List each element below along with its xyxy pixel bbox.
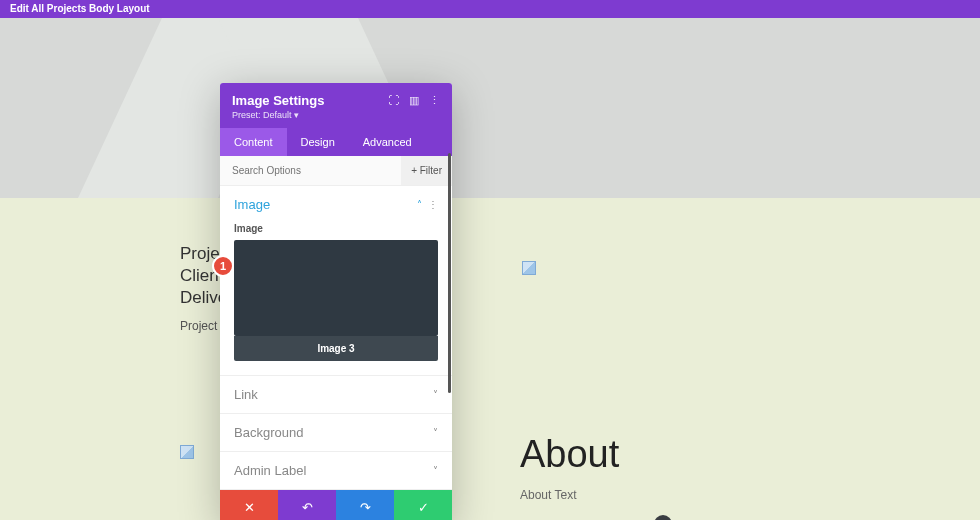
page-canvas: Project Name Client Name Delivery Date P… — [0, 18, 980, 520]
search-input[interactable] — [220, 156, 401, 185]
close-icon: ✕ — [244, 500, 255, 515]
more-icon[interactable]: ⋮ — [428, 199, 438, 210]
section-background-header[interactable]: Background ˅ — [220, 414, 452, 451]
image-field-label: Image — [234, 223, 438, 234]
more-icon[interactable]: ⋮ — [429, 94, 440, 107]
modal-header-icons: ⛶ ▥ ⋮ — [388, 94, 440, 107]
section-link: Link ˅ — [220, 376, 452, 414]
undo-button[interactable]: ↶ — [278, 490, 336, 520]
tab-advanced[interactable]: Advanced — [349, 128, 426, 156]
add-button[interactable]: + — [654, 515, 672, 520]
image-preview[interactable] — [234, 240, 438, 336]
image-placeholder-icon — [522, 261, 536, 275]
section-image-body: Image Image 3 — [220, 223, 452, 375]
save-button[interactable]: ✓ — [394, 490, 452, 520]
search-row: + Filter — [220, 156, 452, 186]
chevron-up-icon: ˄ — [417, 199, 422, 210]
chevron-down-icon: ˅ — [433, 465, 438, 476]
image-caption: Image 3 — [234, 336, 438, 361]
chevron-down-icon: ˅ — [433, 389, 438, 400]
section-background: Background ˅ — [220, 414, 452, 452]
top-bar-title: Edit All Projects Body Layout — [10, 3, 150, 14]
section-admin-header[interactable]: Admin Label ˅ — [220, 452, 452, 489]
redo-icon: ↷ — [360, 500, 371, 515]
scrollbar[interactable] — [448, 153, 451, 393]
modal-actions: ✕ ↶ ↷ ✓ — [220, 490, 452, 520]
check-icon: ✓ — [418, 500, 429, 515]
filter-button[interactable]: + Filter — [401, 156, 452, 185]
image-placeholder-icon — [180, 445, 194, 459]
preset-label[interactable]: Preset: Default ▾ — [232, 110, 440, 120]
about-heading: About — [520, 433, 619, 476]
section-image: Image ˄⋮ Image Image 3 — [220, 186, 452, 376]
delete-button[interactable]: ✕ — [220, 490, 278, 520]
tab-content[interactable]: Content — [220, 128, 287, 156]
section-link-header[interactable]: Link ˅ — [220, 376, 452, 413]
top-bar: Edit All Projects Body Layout — [0, 0, 980, 18]
step-badge-1: 1 — [212, 255, 234, 277]
modal-title: Image Settings — [232, 93, 324, 108]
redo-button[interactable]: ↷ — [336, 490, 394, 520]
expand-icon[interactable]: ⛶ — [388, 94, 399, 107]
chevron-down-icon: ˅ — [433, 427, 438, 438]
tab-design[interactable]: Design — [287, 128, 349, 156]
about-text: About Text — [520, 488, 619, 502]
section-admin-label: Admin Label ˅ — [220, 452, 452, 490]
about-block: About About Text — [520, 433, 619, 502]
drag-icon[interactable]: ▥ — [409, 94, 419, 107]
modal-tabs: Content Design Advanced — [220, 128, 452, 156]
modal-header: Image Settings ⛶ ▥ ⋮ Preset: Default ▾ — [220, 83, 452, 128]
undo-icon: ↶ — [302, 500, 313, 515]
settings-modal: Image Settings ⛶ ▥ ⋮ Preset: Default ▾ C… — [220, 83, 452, 520]
section-image-header[interactable]: Image ˄⋮ — [220, 186, 452, 223]
